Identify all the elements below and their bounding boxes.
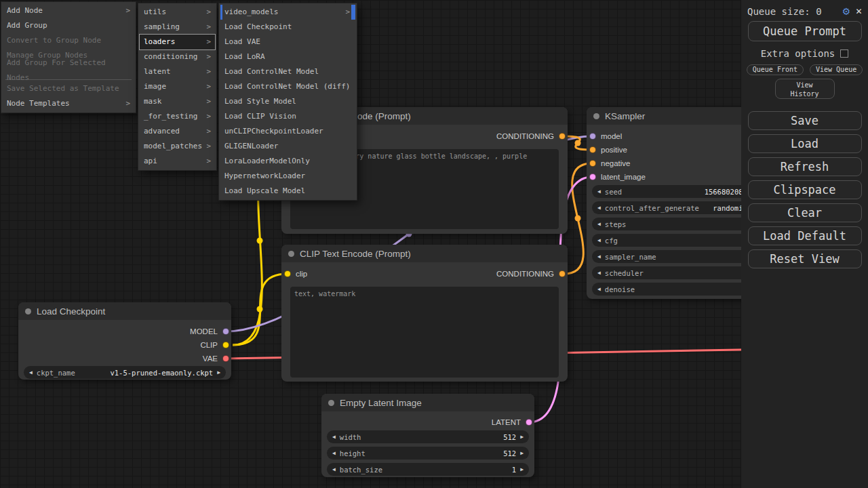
load-default-button[interactable]: Load Default [748, 226, 862, 245]
slot-dot-latent[interactable] [526, 419, 532, 426]
slot-dot-model[interactable] [222, 328, 229, 335]
menu-item-lora-loader-model-only[interactable]: LoraLoaderModelOnly [220, 154, 355, 169]
menu-item-model-patches[interactable]: model_patches > [140, 139, 215, 154]
menu-item-unclip-checkpoint-loader[interactable]: unCLIPCheckpointLoader [220, 124, 355, 139]
widget-cfg[interactable]: ◀ cfg ▶ [592, 234, 764, 247]
collapse-dot-icon[interactable] [328, 400, 334, 406]
settings-gear-icon[interactable]: ⚙ [843, 5, 850, 17]
graph-canvas[interactable]: Load Checkpoint MODEL CLIP VAE ◀ ckpt_na… [0, 0, 868, 488]
refresh-button[interactable]: Refresh [748, 157, 862, 176]
queue-front-button[interactable]: Queue Front [747, 64, 804, 75]
widget-steps[interactable]: ◀ steps ▶ [592, 218, 764, 230]
menu-item-latent[interactable]: latent > [140, 64, 215, 79]
collapse-dot-icon[interactable] [25, 308, 31, 314]
menu-item-load-controlnet-model[interactable]: Load ControlNet Model [220, 64, 355, 79]
slot-dot-latent[interactable] [589, 174, 596, 180]
reset-view-button[interactable]: Reset View [748, 249, 862, 268]
menu-item-load-upscale-model[interactable]: Load Upscale Model [220, 184, 355, 199]
slot-dot-conditioning[interactable] [559, 133, 566, 140]
slot-dot-clip[interactable] [222, 342, 229, 348]
output-slot-vae[interactable]: VAE [203, 353, 229, 364]
widget-width[interactable]: ◀ width 512 ▶ [327, 430, 529, 443]
menu-item-advanced[interactable]: advanced > [140, 124, 215, 139]
widget-height[interactable]: ◀ height 512 ▶ [327, 447, 529, 460]
clear-button[interactable]: Clear [748, 203, 862, 222]
output-slot-conditioning[interactable]: CONDITIONING [496, 268, 566, 279]
output-slot-latent[interactable]: LATENT [492, 417, 532, 428]
save-button[interactable]: Save [748, 111, 862, 130]
node-title-bar[interactable]: CLIP Text Encode (Prompt) [281, 245, 568, 262]
collapse-dot-icon[interactable] [288, 251, 294, 257]
menu-item-load-clip-vision[interactable]: Load CLIP Vision [220, 109, 355, 124]
collapse-dot-icon[interactable] [593, 113, 599, 119]
slot-dot-conditioning[interactable] [589, 160, 596, 167]
output-slot-clip[interactable]: CLIP [200, 340, 229, 350]
menu-item-mask[interactable]: mask > [140, 94, 215, 109]
widget-denoise[interactable]: ◀ denoise ▶ [592, 283, 764, 296]
increment-arrow-icon[interactable]: ▶ [520, 450, 524, 456]
decrement-arrow-icon[interactable]: ◀ [332, 466, 336, 472]
decrement-arrow-icon[interactable]: ◀ [332, 450, 336, 456]
decrement-arrow-icon[interactable]: ◀ [597, 286, 601, 292]
close-icon[interactable]: ✕ [856, 6, 862, 16]
node-title-bar[interactable]: Empty Latent Image [321, 394, 534, 411]
menu-item-node-templates[interactable]: Node Templates > [3, 96, 134, 111]
widget-sampler-name[interactable]: ◀ sampler_name ▶ [592, 250, 764, 263]
slot-dot-conditioning[interactable] [559, 270, 566, 277]
menu-item-load-checkpoint[interactable]: Load Checkpoint [220, 20, 355, 35]
menu-item-utils[interactable]: utils > [140, 5, 215, 20]
increment-arrow-icon[interactable]: ▶ [520, 434, 524, 440]
decrement-arrow-icon[interactable]: ◀ [597, 270, 601, 276]
menu-item-loaders[interactable]: loaders > [140, 35, 215, 49]
decrement-arrow-icon[interactable]: ◀ [29, 369, 33, 375]
decrement-arrow-icon[interactable]: ◀ [597, 188, 601, 195]
decrement-arrow-icon[interactable]: ◀ [597, 253, 601, 260]
menu-item-video-models[interactable]: video_models > [220, 5, 355, 20]
menu-item-sampling[interactable]: sampling > [140, 20, 215, 35]
input-slot-model[interactable]: model [589, 131, 622, 142]
input-slot-positive[interactable]: positive [589, 144, 627, 155]
menu-item-for-testing[interactable]: _for_testing > [140, 109, 215, 124]
slot-dot-model[interactable] [589, 133, 596, 140]
clipspace-button[interactable]: Clipspace [748, 180, 862, 199]
increment-arrow-icon[interactable]: ▶ [520, 466, 524, 472]
view-queue-button[interactable]: View Queue [810, 64, 863, 75]
menu-item-api[interactable]: api > [140, 154, 215, 169]
output-slot-model[interactable]: MODEL [190, 326, 229, 337]
menu-item-save-selected-as-template[interactable]: Save Selected as Template [3, 81, 134, 96]
node-empty-latent-image[interactable]: Empty Latent Image LATENT ◀ width 512 ▶ … [321, 394, 534, 477]
decrement-arrow-icon[interactable]: ◀ [332, 434, 336, 440]
input-slot-clip[interactable]: clip [284, 268, 307, 279]
widget-ckpt-name[interactable]: ◀ ckpt_name v1-5-pruned-emaonly.ckpt ▶ [24, 366, 226, 379]
widget-seed[interactable]: ◀ seed 15668020871 ▶ [592, 185, 764, 198]
menu-item-add-group-for-selected-nodes[interactable]: Add Group For Selected Nodes [3, 63, 134, 78]
node-clip-text-encode-negative[interactable]: CLIP Text Encode (Prompt) clip CONDITION… [281, 245, 568, 382]
output-slot-conditioning[interactable]: CONDITIONING [496, 131, 566, 142]
decrement-arrow-icon[interactable]: ◀ [597, 205, 601, 211]
menu-item-load-lora[interactable]: Load LoRA [220, 49, 355, 64]
extra-options-checkbox[interactable] [840, 49, 848, 58]
prompt-textarea[interactable]: text, watermark [290, 287, 559, 378]
input-slot-latent-image[interactable]: latent_image [589, 171, 646, 182]
menu-item-conditioning[interactable]: conditioning > [140, 49, 215, 64]
menu-item-load-vae[interactable]: Load VAE [220, 35, 355, 49]
input-slot-negative[interactable]: negative [589, 158, 630, 169]
node-load-checkpoint[interactable]: Load Checkpoint MODEL CLIP VAE ◀ ckpt_na… [18, 302, 231, 380]
widget-scheduler[interactable]: ◀ scheduler ▶ [592, 266, 764, 279]
view-history-button[interactable]: View History [775, 79, 835, 99]
widget-control-after-generate[interactable]: ◀ control_after_generate randomize ▶ [592, 201, 764, 214]
decrement-arrow-icon[interactable]: ◀ [597, 237, 601, 243]
increment-arrow-icon[interactable]: ▶ [217, 369, 220, 375]
menu-item-hypernetwork-loader[interactable]: HypernetworkLoader [220, 169, 355, 184]
menu-item-gligen-loader[interactable]: GLIGENLoader [220, 139, 355, 154]
menu-item-add-group[interactable]: Add Group [3, 18, 134, 33]
slot-dot-vae[interactable] [222, 355, 229, 362]
widget-batch-size[interactable]: ◀ batch_size 1 ▶ [327, 463, 529, 476]
load-button[interactable]: Load [748, 134, 862, 153]
menu-item-convert-to-group-node[interactable]: Convert to Group Node [3, 33, 134, 48]
menu-item-load-style-model[interactable]: Load Style Model [220, 94, 355, 109]
menu-item-add-node[interactable]: Add Node > [3, 3, 134, 18]
node-title-bar[interactable]: Load Checkpoint [18, 302, 231, 320]
decrement-arrow-icon[interactable]: ◀ [597, 221, 601, 227]
queue-prompt-button[interactable]: Queue Prompt [748, 21, 862, 41]
